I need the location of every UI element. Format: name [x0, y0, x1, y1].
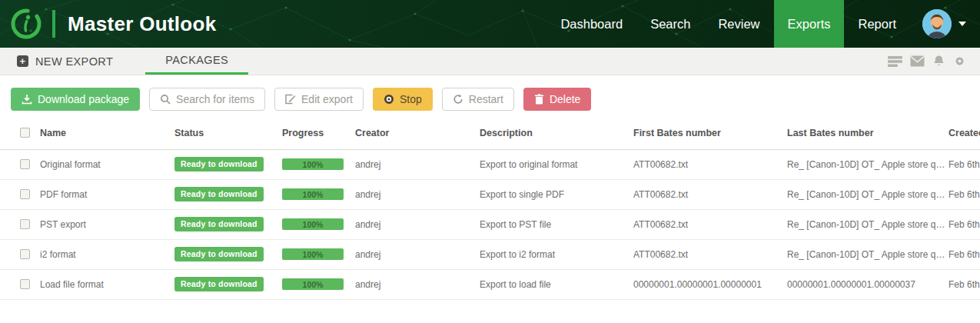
- cell-creator: andrej: [354, 269, 478, 299]
- cell-progress: 100%: [281, 179, 354, 209]
- progress-label: 100%: [303, 220, 324, 229]
- cell-creator: andrej: [354, 179, 478, 209]
- tab-packages[interactable]: PACKAGES: [145, 48, 248, 75]
- status-badge: Ready to download: [174, 187, 264, 201]
- column-header-name: Name: [38, 117, 173, 149]
- nav-item-exports[interactable]: Exports: [774, 0, 845, 48]
- app-title: Master Outlook: [68, 12, 216, 36]
- bell-icon[interactable]: [932, 55, 945, 68]
- edit-icon: [285, 94, 296, 105]
- cell-created: Feb 6th 20: [947, 269, 980, 299]
- progress-bar: 100%: [282, 248, 344, 260]
- column-header-created: Created: [947, 117, 980, 149]
- table-body: Original format Ready to download 100% a…: [0, 149, 980, 299]
- cell-name: Load file format: [38, 269, 173, 299]
- brand-logo-icon[interactable]: [9, 7, 43, 41]
- cell-name: PDF format: [38, 179, 173, 209]
- row-checkbox[interactable]: [20, 159, 30, 169]
- packages-table: Name Status Progress Creator Description…: [0, 117, 980, 300]
- utility-icons: [888, 48, 980, 75]
- progress-label: 100%: [303, 190, 324, 199]
- nav-item-review[interactable]: Review: [704, 0, 773, 48]
- cell-first-bates: ATT00682.txt: [632, 149, 786, 179]
- status-badge: Ready to download: [174, 217, 264, 231]
- cell-status: Ready to download: [173, 149, 281, 179]
- download-package-button[interactable]: Download package: [11, 88, 140, 111]
- cell-created: Feb 6th 20: [947, 149, 980, 179]
- brand-divider: [52, 10, 55, 38]
- sub-tabbar: + NEW EXPORT PACKAGES: [0, 48, 980, 75]
- tab-packages-label: PACKAGES: [165, 54, 228, 66]
- download-icon: [22, 94, 32, 105]
- restart-button[interactable]: Restart: [442, 88, 514, 111]
- restart-icon: [453, 94, 463, 105]
- cell-description: Export to original format: [478, 149, 632, 179]
- table-row[interactable]: Load file format Ready to download 100% …: [0, 269, 980, 299]
- cell-status: Ready to download: [173, 269, 281, 299]
- cell-created: Feb 6th 20: [947, 179, 980, 209]
- progress-label: 100%: [303, 160, 324, 169]
- plus-icon: +: [17, 55, 28, 67]
- status-badge: Ready to download: [174, 277, 264, 291]
- search-items-button[interactable]: Search for items: [149, 88, 265, 111]
- nav-item-search[interactable]: Search: [636, 0, 704, 48]
- cell-first-bates: ATT00682.txt: [632, 179, 786, 209]
- table-header-row: Name Status Progress Creator Description…: [0, 117, 980, 149]
- stop-button[interactable]: Stop: [373, 88, 433, 111]
- progress-bar: 100%: [282, 218, 344, 230]
- progress-bar: 100%: [282, 158, 344, 170]
- row-checkbox[interactable]: [20, 279, 30, 289]
- avatar[interactable]: [922, 9, 952, 38]
- server-icon[interactable]: [888, 55, 902, 68]
- stop-icon: [384, 94, 394, 105]
- nav-item-report[interactable]: Report: [844, 0, 910, 48]
- status-badge: Ready to download: [174, 247, 264, 261]
- cell-created: Feb 6th 20: [947, 239, 980, 269]
- nav-item-dashboard[interactable]: Dashboard: [546, 0, 636, 48]
- cell-last-bates: Re_ [Canon-10D] OT_ Apple store q…: [786, 239, 947, 269]
- app-header: Master Outlook Dashboard Search Review E…: [0, 0, 980, 48]
- cell-name: Original format: [38, 149, 173, 179]
- gear-icon[interactable]: [953, 55, 966, 68]
- cell-progress: 100%: [281, 209, 354, 239]
- status-badge: Ready to download: [174, 157, 264, 171]
- column-header-status: Status: [173, 117, 281, 149]
- cell-name: PST export: [38, 209, 173, 239]
- table-row[interactable]: i2 format Ready to download 100% andrej …: [0, 239, 980, 269]
- table-row[interactable]: PST export Ready to download 100% andrej…: [0, 209, 980, 239]
- packages-table-wrap: Name Status Progress Creator Description…: [0, 117, 980, 300]
- cell-name: i2 format: [38, 239, 173, 269]
- cell-creator: andrej: [354, 239, 478, 269]
- delete-button[interactable]: Delete: [523, 88, 591, 111]
- column-header-first-bates: First Bates number: [632, 117, 786, 149]
- cell-last-bates: Re_ [Canon-10D] OT_ Apple store q…: [786, 209, 947, 239]
- cell-status: Ready to download: [173, 239, 281, 269]
- column-header-creator: Creator: [354, 117, 478, 149]
- row-checkbox[interactable]: [20, 189, 30, 199]
- user-menu-chevron-down-icon[interactable]: [958, 22, 966, 26]
- cell-last-bates: Re_ [Canon-10D] OT_ Apple store q…: [786, 179, 947, 209]
- edit-export-button[interactable]: Edit export: [274, 88, 364, 111]
- progress-label: 100%: [303, 250, 324, 259]
- cell-status: Ready to download: [173, 179, 281, 209]
- progress-bar: 100%: [282, 278, 344, 290]
- cell-first-bates: ATT00682.txt: [632, 239, 786, 269]
- tab-new-export-label: NEW EXPORT: [35, 55, 113, 68]
- tab-new-export[interactable]: + NEW EXPORT: [0, 48, 128, 75]
- cell-status: Ready to download: [173, 209, 281, 239]
- cell-progress: 100%: [281, 269, 354, 299]
- cell-description: Export to single PDF: [478, 179, 632, 209]
- table-row[interactable]: Original format Ready to download 100% a…: [0, 149, 980, 179]
- table-row[interactable]: PDF format Ready to download 100% andrej…: [0, 179, 980, 209]
- row-checkbox[interactable]: [20, 249, 30, 259]
- action-toolbar: Download package Search for items Edit e…: [0, 75, 980, 117]
- cell-description: Export to load file: [478, 269, 632, 299]
- mail-icon[interactable]: [910, 55, 925, 67]
- progress-bar: 100%: [282, 188, 344, 200]
- cell-creator: andrej: [354, 209, 478, 239]
- row-checkbox[interactable]: [20, 219, 30, 229]
- column-header-progress: Progress: [281, 117, 354, 149]
- select-all-checkbox[interactable]: [20, 128, 30, 138]
- column-header-description: Description: [478, 117, 632, 149]
- progress-label: 100%: [303, 280, 324, 289]
